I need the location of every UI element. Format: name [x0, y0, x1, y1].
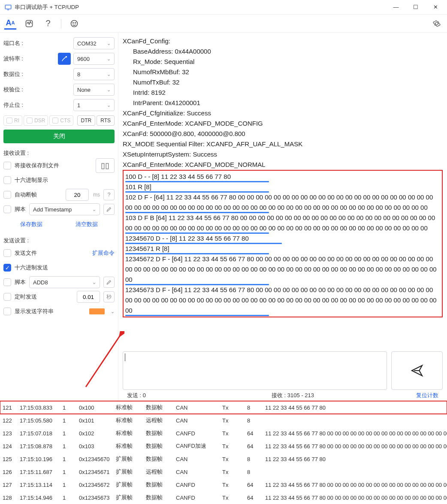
- help-tool[interactable]: ?: [42, 18, 54, 30]
- parity-select[interactable]: None⌄: [73, 84, 115, 96]
- table-row[interactable]: 12217:15:05.58010x101标准帧远程帧CANTx8: [0, 414, 447, 427]
- pause-button[interactable]: ▯▯: [96, 158, 115, 173]
- hex-send-label: 十六进制发送: [15, 264, 48, 272]
- toolbar: AA ?: [0, 15, 447, 33]
- send-file-label: 发送文件: [15, 249, 37, 257]
- waveform-tool[interactable]: [23, 18, 35, 30]
- chevron-down-icon: ⌄: [92, 207, 96, 212]
- close-port-button[interactable]: 关闭: [3, 130, 115, 143]
- maximize-button[interactable]: ☐: [406, 1, 426, 14]
- settings-tool[interactable]: [431, 18, 443, 30]
- smiley-tool[interactable]: [68, 18, 80, 30]
- baud-select[interactable]: 9600⌄: [73, 53, 115, 65]
- chevron-down-icon: ⌄: [107, 103, 111, 108]
- auto-break-label: 自动断帧: [15, 191, 37, 199]
- script2-label: 脚本: [15, 278, 26, 286]
- databits-label: 数据位 :: [3, 70, 27, 78]
- table-row[interactable]: 12517:15:10.19610x12345670扩展帧数据帧CANTx811…: [0, 453, 447, 465]
- hex-display-label: 十六进制显示: [15, 176, 48, 184]
- chevron-down-icon: ⌄: [92, 280, 96, 285]
- send-count-label: 发送 :: [127, 392, 141, 398]
- reset-counter-link[interactable]: 复位计数: [416, 392, 438, 399]
- auto-break-checkbox[interactable]: [3, 191, 11, 199]
- table-row[interactable]: 12717:15:13.11410x12345672扩展帧数据帧CANFDTx6…: [0, 478, 447, 491]
- send-section-header: 发送设置 :: [3, 237, 115, 244]
- save-to-file-checkbox[interactable]: [3, 162, 11, 169]
- auto-break-help-button[interactable]: ?: [103, 189, 115, 200]
- svg-point-3: [71, 20, 78, 27]
- svg-rect-1: [7, 9, 9, 10]
- chevron-down-icon: ⌄: [107, 87, 111, 93]
- table-row[interactable]: 12417:15:08.87810x103标准帧数据帧CANFD加速Tx6411…: [0, 440, 447, 453]
- show-send-string-label: 显示发送字符串: [15, 308, 54, 315]
- timed-send-checkbox[interactable]: [3, 293, 11, 301]
- frame-table: 12117:15:03.83310x100标准帧数据帧CANTx811 22 3…: [0, 401, 447, 504]
- minimize-button[interactable]: ―: [386, 1, 406, 14]
- titlebar: 串口调试助手 + TCP/UDP ― ☐ ✕: [0, 0, 447, 15]
- hex-send-checkbox[interactable]: ✓: [3, 264, 11, 272]
- sidebar: 端口名 : COM32⌄ 波特率 : 9600⌄ 数据位 : 8⌄ 校验位 : …: [0, 33, 118, 401]
- auto-break-unit: ms: [93, 192, 100, 198]
- send-count-value: 0: [143, 392, 146, 398]
- main-panel: XCanFd_Config:BaseAddress: 0x44A00000Rx_…: [118, 33, 447, 401]
- recv-section-header: 接收设置 :: [3, 149, 115, 157]
- script2-checkbox[interactable]: [3, 278, 11, 286]
- console-output[interactable]: XCanFd_Config:BaseAddress: 0x44A00000Rx_…: [123, 36, 443, 349]
- font-tool[interactable]: AA: [4, 18, 16, 30]
- port-select[interactable]: COM32⌄: [73, 37, 115, 49]
- chevron-down-icon[interactable]: ⌄: [111, 309, 115, 314]
- send-button[interactable]: [391, 351, 443, 390]
- recv-count-label: 接收 :: [272, 392, 286, 398]
- send-file-checkbox[interactable]: [3, 249, 11, 257]
- script-edit-button[interactable]: [103, 204, 115, 215]
- auto-break-input[interactable]: [66, 189, 89, 201]
- pin-cts: CTS: [49, 115, 73, 126]
- script-label: 脚本: [15, 205, 26, 213]
- table-row[interactable]: 12817:15:14.94610x12345673扩展帧数据帧CANFDTx6…: [0, 491, 447, 504]
- script-select[interactable]: Add Timestamp⌄: [29, 203, 100, 215]
- recv-count-value: 3105 - 213: [287, 392, 314, 398]
- script-checkbox[interactable]: [3, 205, 11, 213]
- baud-auto-button[interactable]: [58, 53, 71, 65]
- pin-dsr: DSR: [24, 115, 48, 126]
- hex-display-checkbox[interactable]: [3, 176, 11, 184]
- color-swatch: [89, 308, 105, 314]
- clear-data-link[interactable]: 清空数据: [76, 220, 98, 228]
- pin-ri: RI: [3, 115, 22, 126]
- port-name-label: 端口名 :: [3, 39, 27, 47]
- svg-point-5: [75, 22, 76, 23]
- table-row[interactable]: 12317:15:07.01810x102标准帧数据帧CANFDTx6411 2…: [0, 427, 447, 440]
- close-window-button[interactable]: ✕: [426, 1, 445, 14]
- show-send-string-checkbox[interactable]: [3, 308, 11, 315]
- ext-cmd-link[interactable]: 扩展命令: [92, 249, 115, 257]
- timed-unit-button[interactable]: 秒: [103, 291, 115, 302]
- toolbar-divider: [61, 19, 61, 28]
- stopbits-select[interactable]: 1⌄: [73, 99, 115, 111]
- svg-point-4: [73, 22, 74, 23]
- save-data-link[interactable]: 保存数据: [20, 220, 42, 228]
- chevron-down-icon: ⌄: [107, 72, 111, 77]
- chevron-down-icon: ⌄: [107, 41, 111, 46]
- table-row[interactable]: 12117:15:03.83310x100标准帧数据帧CANTx811 22 3…: [0, 401, 447, 414]
- script2-edit-button[interactable]: [103, 277, 115, 288]
- table-row[interactable]: 12617:15:11.68710x12345671扩展帧远程帧CANTx8: [0, 465, 447, 478]
- app-icon: [4, 3, 12, 11]
- send-textarea[interactable]: [123, 351, 387, 390]
- pin-dtr-button[interactable]: DTR: [77, 115, 96, 126]
- script2-select[interactable]: ADD8⌄: [29, 276, 100, 288]
- stopbits-label: 停止位 :: [3, 101, 27, 109]
- chevron-down-icon: ⌄: [107, 56, 111, 62]
- databits-select[interactable]: 8⌄: [73, 68, 115, 80]
- baud-label: 波特率 :: [3, 55, 27, 63]
- save-to-file-label: 将接收保存到文件: [15, 162, 59, 169]
- timed-send-input[interactable]: [77, 291, 100, 303]
- svg-rect-0: [5, 5, 11, 9]
- timed-send-label: 定时发送: [15, 293, 37, 301]
- window-title: 串口调试助手 + TCP/UDP: [15, 3, 386, 11]
- pin-rts-button[interactable]: RTS: [97, 115, 115, 126]
- parity-label: 校验位 :: [3, 86, 27, 94]
- status-bar: 发送 : 0 接收 : 3105 - 213 复位计数: [123, 390, 443, 401]
